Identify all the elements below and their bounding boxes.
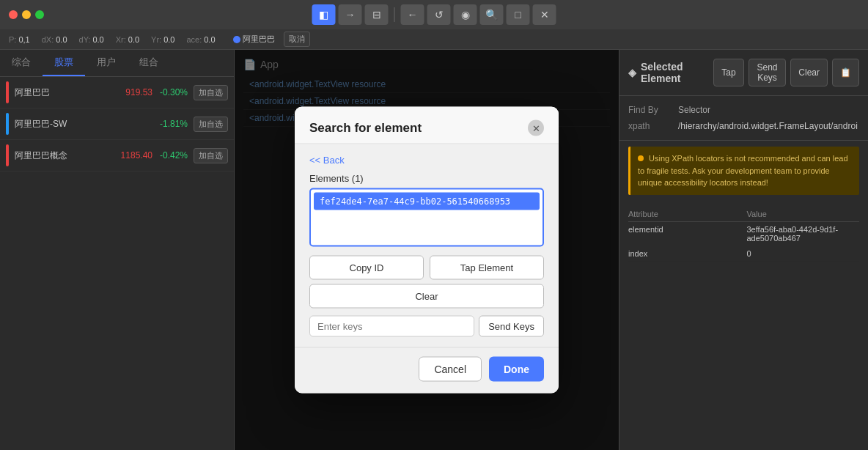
stock-change: -0.42% xyxy=(158,150,188,161)
search-box: 阿里巴巴 取消 xyxy=(233,32,310,47)
modal-body: << Back Elements (1) fef24de4-7ea7-44c9-… xyxy=(295,144,559,347)
left-tab-bar: 综合 股票 用户 组合 xyxy=(0,50,234,77)
find-by-row: Find By Selector xyxy=(628,105,859,115)
stock-color-bar xyxy=(6,144,9,166)
add-watchlist-button[interactable]: 加自选 xyxy=(194,148,228,163)
enter-keys-row: Send Keys xyxy=(309,316,544,337)
xpath-label: xpath xyxy=(628,121,672,131)
right-panel-title: ◈ Selected Element xyxy=(628,61,713,84)
xpath-value: /hierarchy/android.widget.FrameLayout/an… xyxy=(678,121,858,131)
done-button[interactable]: Done xyxy=(489,357,544,382)
right-actions: Tap Send Keys Clear 📋 xyxy=(713,59,859,86)
stock-name: 阿里巴巴-SW xyxy=(15,118,152,130)
clear-button[interactable]: Clear xyxy=(790,59,828,86)
send-keys-button[interactable]: Send Keys xyxy=(479,316,544,337)
modal-primary-actions: Copy ID Tap Element xyxy=(309,256,544,280)
back-link[interactable]: << Back xyxy=(309,155,544,166)
modal-title: Search for element xyxy=(309,121,422,136)
cancel-search-button[interactable]: 取消 xyxy=(284,32,310,47)
toolbar-back-btn[interactable]: ← xyxy=(401,4,424,25)
right-panel: ◈ Selected Element Tap Send Keys Clear 📋… xyxy=(619,50,868,450)
attr-row: index 0 xyxy=(628,246,859,262)
toolbar-screenshot-btn[interactable]: □ xyxy=(507,4,530,25)
list-item[interactable]: 阿里巴巴 919.53 -0.30% 加自选 xyxy=(0,77,234,108)
minimize-button[interactable] xyxy=(22,10,31,19)
close-button[interactable] xyxy=(9,10,18,19)
tab-composite[interactable]: 综合 xyxy=(0,50,43,76)
tap-button[interactable]: Tap xyxy=(713,59,743,86)
toolbar-refresh-btn[interactable]: ↺ xyxy=(427,4,451,25)
enter-keys-input[interactable] xyxy=(309,316,474,337)
find-by-selector: Selector xyxy=(678,105,710,115)
clear-button[interactable]: Clear xyxy=(309,284,544,309)
toolbar-layout-btn[interactable]: ⊟ xyxy=(365,4,389,25)
toolbar-eye-btn[interactable]: ◉ xyxy=(454,4,477,25)
stats-bar: P: 0,1 dX: 0.0 dY: 0.0 Xr: 0.0 Yr: 0.0 a… xyxy=(0,29,868,50)
toolbar-forward-btn[interactable]: → xyxy=(339,4,362,25)
attr-value: 0 xyxy=(747,249,860,258)
toolbar-close-btn[interactable]: ✕ xyxy=(533,4,556,25)
modal-close-button[interactable]: ✕ xyxy=(528,120,544,136)
modal-header: Search for element ✕ xyxy=(295,107,559,144)
attr-name: index xyxy=(628,249,741,258)
search-text: 阿里巴巴 xyxy=(243,34,275,45)
stock-color-bar xyxy=(6,113,9,135)
attr-col-value: Value xyxy=(747,210,860,218)
warning-text: Using XPath locators is not recommended … xyxy=(638,154,848,187)
element-icon: ◈ xyxy=(628,67,636,78)
list-item[interactable]: 阿里巴巴概念 1185.40 -0.42% 加自选 xyxy=(0,140,234,171)
find-by-label: Find By xyxy=(628,105,672,115)
stat-p: P: 0,1 xyxy=(9,35,30,44)
stat-dy: dY: 0.0 xyxy=(79,35,104,44)
xpath-row: xpath /hierarchy/android.widget.FrameLay… xyxy=(628,121,859,131)
stock-change: -1.81% xyxy=(158,119,188,129)
status-dot xyxy=(233,36,240,43)
attribute-table: Attribute Value elementid 3effa56f-aba0-… xyxy=(619,201,868,268)
cancel-button[interactable]: Cancel xyxy=(419,357,482,382)
tab-portfolio[interactable]: 组合 xyxy=(128,50,170,76)
attr-table-header: Attribute Value xyxy=(628,207,859,222)
stock-name: 阿里巴巴概念 xyxy=(15,150,115,162)
elements-label: Elements (1) xyxy=(309,173,544,184)
left-panel: 综合 股票 用户 组合 阿里巴巴 919.53 -0.30% 加自选 阿里巴巴-… xyxy=(0,50,235,450)
stat-ace: ace: 0.0 xyxy=(186,35,215,44)
maximize-button[interactable] xyxy=(35,10,44,19)
traffic-lights xyxy=(9,10,44,19)
stock-name: 阿里巴巴 xyxy=(15,86,117,99)
warning-dot xyxy=(638,155,644,161)
copy-button[interactable]: 📋 xyxy=(832,59,859,86)
element-item[interactable]: fef24de4-7ea7-44c9-bb02-561540668953 xyxy=(314,193,540,210)
stock-list: 阿里巴巴 919.53 -0.30% 加自选 阿里巴巴-SW -1.81% 加自… xyxy=(0,77,234,450)
toolbar-search-btn[interactable]: 🔍 xyxy=(480,4,504,25)
list-item[interactable]: 阿里巴巴-SW -1.81% 加自选 xyxy=(0,108,234,140)
stock-change: -0.30% xyxy=(158,87,188,97)
toolbar-select-btn[interactable]: ◧ xyxy=(312,4,336,25)
warning-box: Using XPath locators is not recommended … xyxy=(628,147,859,195)
find-by-section: Find By Selector xpath /hierarchy/androi… xyxy=(619,96,868,141)
send-keys-button[interactable]: Send Keys xyxy=(749,59,787,86)
toolbar-sep-1 xyxy=(394,7,395,22)
center-panel: 📄 App <android.widget.TextView resource … xyxy=(235,50,619,450)
stock-color-bar xyxy=(6,81,9,103)
title-bar: ◧ → ⊟ ← ↺ ◉ 🔍 □ ✕ xyxy=(0,0,868,29)
stock-price: 919.53 xyxy=(123,87,152,97)
toolbar: ◧ → ⊟ ← ↺ ◉ 🔍 □ ✕ xyxy=(312,4,556,25)
stat-yr: Yr: 0.0 xyxy=(151,35,174,44)
copy-id-button[interactable]: Copy ID xyxy=(309,256,424,280)
add-watchlist-button[interactable]: 加自选 xyxy=(194,117,228,132)
main-layout: 综合 股票 用户 组合 阿里巴巴 919.53 -0.30% 加自选 阿里巴巴-… xyxy=(0,50,868,450)
add-watchlist-button[interactable]: 加自选 xyxy=(194,85,228,100)
tab-users[interactable]: 用户 xyxy=(85,50,128,76)
modal-secondary-actions: Clear xyxy=(309,284,544,309)
stock-price: 1185.40 xyxy=(121,150,152,161)
tap-element-button[interactable]: Tap Element xyxy=(430,256,544,280)
search-element-modal: Search for element ✕ << Back Elements (1… xyxy=(295,107,559,394)
elements-list-box: fef24de4-7ea7-44c9-bb02-561540668953 xyxy=(309,188,544,247)
attr-name: elementid xyxy=(628,225,741,243)
stat-xr: Xr: 0.0 xyxy=(116,35,139,44)
tab-stocks[interactable]: 股票 xyxy=(43,50,85,76)
modal-footer: Cancel Done xyxy=(295,347,559,394)
right-header: ◈ Selected Element Tap Send Keys Clear 📋 xyxy=(619,50,868,96)
attr-value: 3effa56f-aba0-442d-9d1f-ade5070ab467 xyxy=(747,225,860,243)
stat-dx: dX: 0.0 xyxy=(42,35,67,44)
